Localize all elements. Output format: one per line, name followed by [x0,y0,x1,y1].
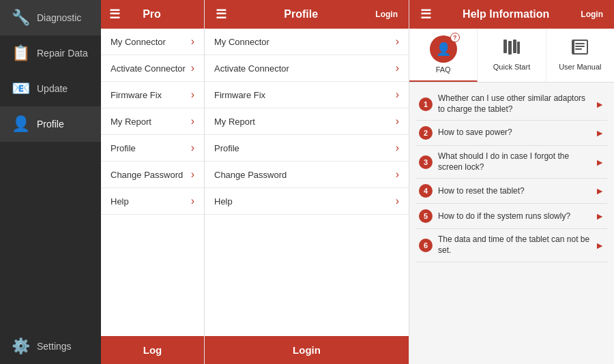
chevron-icon: › [396,168,399,181]
center-menu-list: My Connector › Activate Connector › Firm… [205,29,409,336]
chevron-icon: › [191,195,194,207]
panel-right: ☰ Help Information Login 👤 ? FAQ [409,0,614,364]
menu-item-label: Profile [214,143,239,153]
menu-item-label: Help [111,196,129,207]
question-text: What should I do in case I forgot the sc… [438,151,589,172]
list-item[interactable]: My Connector › [205,29,409,55]
sidebar-item-profile[interactable]: 👤 Profile [0,106,101,142]
tab-quick-start[interactable]: Quick Start [478,29,546,82]
list-item[interactable]: Activate Connector › [101,55,204,82]
question-number: 3 [419,155,433,169]
svg-rect-1 [508,41,512,55]
list-item[interactable]: My Report › [101,108,204,135]
repair-icon: 📋 [11,44,30,63]
list-item[interactable]: Change Password › [101,162,204,188]
right-login-link[interactable]: Login [581,10,603,19]
question-arrow-icon: ► [595,157,604,168]
question-item-4[interactable]: 4 How to reset the tablet? ► [416,179,607,204]
chevron-icon: › [191,168,194,181]
svg-rect-8 [572,41,574,53]
menu-item-label: Activate Connector [111,63,186,74]
diagnostic-icon: 🔧 [11,8,30,27]
svg-rect-5 [575,43,585,44]
chevron-icon: › [396,35,399,48]
sidebar-item-settings[interactable]: ⚙️ Settings [0,329,101,364]
question-arrow-icon: ► [595,240,604,251]
sidebar-label-settings: Settings [37,341,72,352]
question-text: How to do if the system runs slowly? [438,211,589,222]
sidebar-label-profile: Profile [37,119,64,130]
list-item[interactable]: Profile › [101,135,204,162]
list-item[interactable]: Firmware Fix › [101,82,204,108]
sidebar-label-repair: Repair Data [37,48,88,59]
chevron-icon: › [396,62,399,74]
hamburger-icon-center[interactable]: ☰ [216,7,226,22]
settings-icon: ⚙️ [11,337,30,356]
chevron-icon: › [191,35,194,48]
left-login-button[interactable]: Log [101,336,204,364]
list-item[interactable]: My Report › [205,108,409,135]
svg-rect-6 [575,46,585,47]
chevron-icon: › [396,142,399,154]
chevron-icon: › [396,89,399,101]
menu-item-label: Firmware Fix [111,90,162,100]
center-login-button[interactable]: Login [205,336,409,364]
list-item[interactable]: Profile › [205,135,409,162]
sidebar-item-repair-data[interactable]: 📋 Repair Data [0,35,101,71]
question-arrow-icon: ► [595,211,604,222]
tab-user-manual-label: User Manual [559,63,601,71]
help-questions-list: 1 Whether can I use other similar adapto… [409,82,614,364]
faq-icon: 👤 ? [430,35,457,63]
list-item[interactable]: Activate Connector › [205,55,409,82]
chevron-icon: › [191,142,194,154]
list-item[interactable]: Change Password › [205,162,409,188]
list-item[interactable]: My Connector › [101,29,204,55]
quick-start-icon [502,40,521,60]
center-login-link[interactable]: Login [375,10,398,19]
panel-left-header: ☰ Pro [101,0,204,29]
tab-user-manual[interactable]: User Manual [546,29,614,82]
question-number: 5 [419,209,433,223]
menu-item-label: My Connector [111,37,166,47]
menu-item-label: Activate Connector [214,63,289,74]
sidebar: 🔧 Diagnostic 📋 Repair Data 📧 Update 👤 Pr… [0,0,101,364]
question-arrow-icon: ► [595,127,604,138]
question-number: 1 [419,97,433,111]
sidebar-label-update: Update [37,83,68,94]
svg-rect-0 [503,40,507,53]
left-menu-list: My Connector › Activate Connector › Firm… [101,29,204,336]
tab-faq-label: FAQ [436,65,451,74]
question-item-1[interactable]: 1 Whether can I use other similar adapto… [416,88,607,121]
hamburger-icon-left[interactable]: ☰ [109,7,120,22]
chevron-icon: › [191,89,194,101]
tab-faq[interactable]: 👤 ? FAQ [409,29,478,82]
hamburger-icon-right[interactable]: ☰ [420,7,431,22]
svg-rect-7 [575,48,582,50]
question-arrow-icon: ► [595,185,604,196]
panels-container: ☰ Pro My Connector › Activate Connector … [101,0,614,364]
panel-left: ☰ Pro My Connector › Activate Connector … [101,0,205,364]
question-item-5[interactable]: 5 How to do if the system runs slowly? ► [416,204,607,229]
list-item[interactable]: Help › [205,188,409,215]
sidebar-item-diagnostic[interactable]: 🔧 Diagnostic [0,0,101,35]
list-item[interactable]: Help › [101,188,204,215]
user-manual-icon [571,40,589,60]
list-item[interactable]: Firmware Fix › [205,82,409,108]
question-text: How to save power? [438,127,589,138]
sidebar-item-update[interactable]: 📧 Update [0,71,101,106]
question-arrow-icon: ► [595,99,604,110]
center-login-row: Login [205,336,409,364]
panel-left-title: Pro [143,8,161,20]
question-number: 2 [419,126,433,140]
menu-item-label: Change Password [111,170,183,180]
question-item-3[interactable]: 3 What should I do in case I forgot the … [416,146,607,179]
menu-item-label: Firmware Fix [214,90,265,100]
sidebar-label-diagnostic: Diagnostic [37,12,81,23]
menu-item-label: Profile [111,143,136,153]
question-item-6[interactable]: 6 The data and time of the tablet can no… [416,229,607,262]
profile-icon: 👤 [11,115,30,134]
chevron-icon: › [191,115,194,127]
question-item-2[interactable]: 2 How to save power? ► [416,121,607,146]
panel-right-header: ☰ Help Information Login [409,0,614,29]
menu-item-label: My Connector [214,37,269,47]
